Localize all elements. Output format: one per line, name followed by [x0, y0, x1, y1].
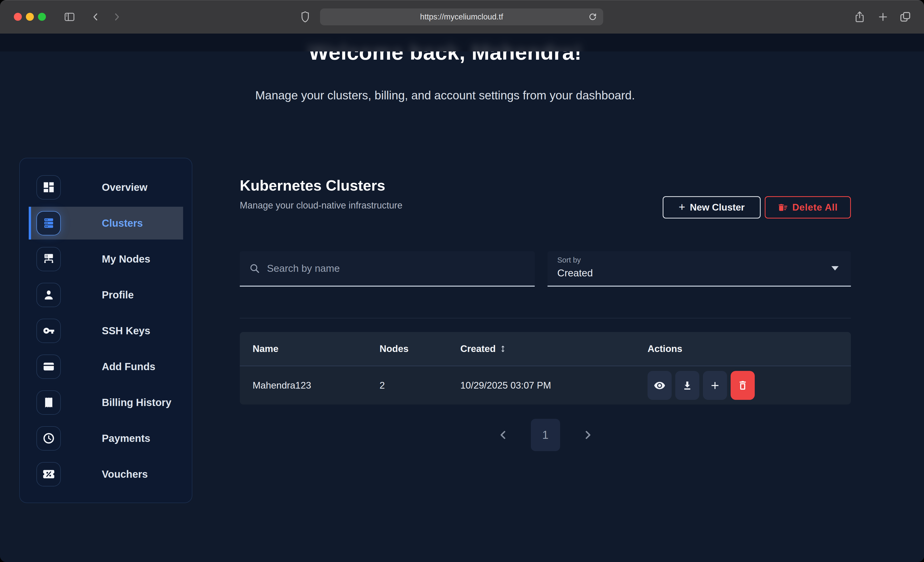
reload-icon[interactable] [588, 12, 597, 23]
download-icon [682, 380, 693, 391]
delete-cluster-button[interactable] [730, 371, 755, 400]
eye-icon [654, 380, 666, 392]
sidebar-item-label: Profile [102, 289, 134, 301]
table-header: Name Nodes Created Actions [240, 332, 851, 366]
clusters-table: Name Nodes Created Actions Mahendra123 2… [240, 332, 851, 405]
column-created[interactable]: Created [460, 344, 648, 354]
pagination: 1 [240, 419, 851, 451]
address-bar[interactable]: https://myceliumcloud.tf [320, 9, 603, 25]
minimize-window-button[interactable] [26, 13, 34, 21]
sidebar-item-label: Overview [102, 182, 147, 193]
plus-icon: + [679, 201, 685, 212]
delete-all-button[interactable]: Delete All [765, 196, 851, 218]
sort-updown-icon [500, 345, 507, 353]
close-window-button[interactable] [14, 13, 22, 21]
browser-window: https://myceliumcloud.tf [0, 0, 924, 562]
filter-row: Sort by Created [240, 251, 851, 287]
vouchers-icon [36, 462, 61, 486]
payments-icon [36, 426, 61, 451]
sidebar-item-clusters[interactable]: Clusters [20, 205, 192, 241]
column-actions: Actions [648, 344, 851, 354]
sort-label: Sort by [557, 256, 851, 265]
column-nodes: Nodes [380, 344, 460, 354]
new-cluster-label: New Cluster [690, 202, 745, 213]
row-actions [648, 371, 851, 400]
chevron-down-icon [831, 266, 838, 271]
privacy-shield-icon[interactable] [297, 0, 313, 34]
profile-icon [36, 283, 61, 307]
column-name: Name [253, 344, 380, 354]
cell-name: Mahendra123 [253, 380, 380, 391]
sidebar-item-label: Payments [102, 433, 150, 444]
window-controls [14, 13, 46, 21]
sidebar-item-ssh-keys[interactable]: SSH Keys [20, 313, 192, 348]
table-row: Mahendra123 2 10/29/2025 03:07 PM [240, 366, 851, 405]
search-icon [249, 263, 260, 274]
active-indicator [29, 207, 31, 239]
sidebar-item-payments[interactable]: Payments [20, 420, 192, 456]
search-input[interactable] [267, 263, 525, 274]
sticky-header-overlay [0, 34, 924, 51]
add-funds-icon [36, 354, 61, 379]
next-page-icon[interactable] [582, 429, 593, 441]
sidebar-item-label: Add Funds [102, 361, 155, 372]
sidebar-item-vouchers[interactable]: Vouchers [20, 456, 192, 492]
page-body: Welcome back, Mahendra! Manage your clus… [0, 34, 924, 562]
trash-icon [737, 380, 748, 391]
download-kubeconfig-button[interactable] [675, 371, 699, 400]
divider [240, 318, 851, 318]
clusters-icon [36, 211, 61, 235]
add-node-button[interactable] [703, 371, 727, 400]
zoom-window-button[interactable] [38, 13, 46, 21]
delete-sweep-icon [778, 202, 788, 212]
forward-icon[interactable] [111, 0, 123, 34]
sidebar-item-label: SSH Keys [102, 325, 150, 336]
page-title: Kubernetes Clusters [240, 177, 851, 194]
sidebar-item-billing-history[interactable]: Billing History [20, 384, 192, 420]
welcome-subtitle: Manage your clusters, billing, and accou… [0, 88, 890, 102]
browser-toolbar: https://myceliumcloud.tf [0, 0, 924, 34]
prev-page-icon[interactable] [498, 429, 509, 441]
cell-nodes: 2 [380, 380, 460, 391]
sidebar-item-label: Vouchers [102, 468, 148, 480]
sort-value: Created [557, 268, 851, 279]
share-icon[interactable] [852, 0, 867, 34]
new-tab-icon[interactable] [875, 0, 891, 34]
sidebar-item-label: My Nodes [102, 253, 150, 265]
main-content: Kubernetes Clusters Manage your cloud-na… [240, 177, 851, 561]
back-icon[interactable] [90, 0, 102, 34]
sidebar-item-my-nodes[interactable]: My Nodes [20, 241, 192, 277]
delete-all-label: Delete All [792, 202, 838, 213]
sidebar-item-overview[interactable]: Overview [20, 169, 192, 205]
sidebar-nav: Overview Clusters [19, 158, 192, 503]
billing-history-icon [36, 390, 61, 415]
search-box [240, 251, 535, 287]
my-nodes-icon [36, 247, 61, 271]
new-cluster-button[interactable]: + New Cluster [663, 196, 760, 218]
page-number[interactable]: 1 [531, 419, 560, 451]
cell-created: 10/29/2025 03:07 PM [460, 380, 648, 391]
ssh-keys-icon [36, 319, 61, 343]
header-actions: + New Cluster Delete All [663, 196, 851, 218]
url-text: https://myceliumcloud.tf [420, 12, 503, 21]
overview-icon [36, 175, 61, 200]
sidebar-item-add-funds[interactable]: Add Funds [20, 348, 192, 384]
sidebar-item-label: Clusters [102, 217, 143, 229]
view-cluster-button[interactable] [648, 371, 672, 400]
tab-overview-icon[interactable] [898, 0, 913, 34]
sidebar-item-profile[interactable]: Profile [20, 277, 192, 313]
sort-select[interactable]: Sort by Created [548, 251, 851, 287]
plus-icon [709, 380, 721, 392]
sidebar-item-label: Billing History [102, 397, 171, 408]
sidebar-toggle-icon[interactable] [63, 0, 76, 34]
